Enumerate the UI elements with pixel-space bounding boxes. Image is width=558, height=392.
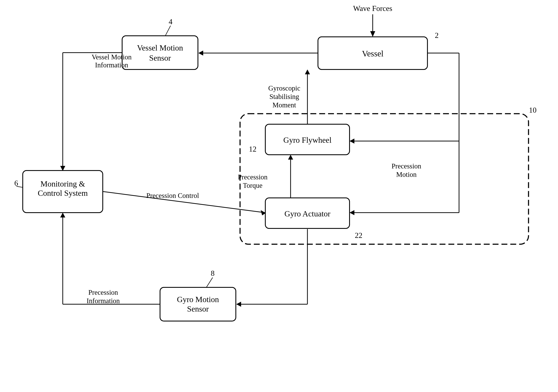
svg-marker-22 [305,70,310,74]
gyro-motion-sensor-label-1: Gyro Motion [177,295,219,304]
vessel-motion-info-label-2: Information [95,61,128,69]
svg-line-7 [206,278,213,287]
gyro-stab-label-2: Stabilising [269,93,299,100]
ref-8: 8 [211,269,215,278]
svg-marker-32 [236,302,241,307]
precession-info-label-2: Information [87,297,120,305]
svg-marker-13 [198,51,203,56]
precession-control-label: Precession Control [146,192,199,199]
vessel-label: Vessel [362,49,384,58]
gyro-stab-label-3: Moment [272,101,296,109]
precession-torque-label-1: Precession [238,173,267,181]
ref-12: 12 [249,145,256,153]
ref-2: 2 [435,31,439,40]
ref-22: 22 [355,231,362,240]
gyro-actuator-label: Gyro Actuator [285,209,331,218]
ref-4: 4 [169,17,173,26]
svg-marker-35 [60,213,65,218]
vessel-motion-info-label-1: Vessel Motion [92,53,132,61]
vessel-motion-sensor-label-2: Sensor [149,53,171,62]
svg-marker-29 [349,210,354,215]
ref-10: 10 [529,106,537,114]
svg-marker-20 [288,155,293,160]
precession-motion-label-2: Motion [396,171,417,178]
svg-line-3 [165,26,171,36]
ref-6: 6 [14,179,18,187]
wave-forces-label: Wave Forces [353,4,392,13]
gyro-flywheel-label: Gyro Flywheel [283,136,331,144]
gyro-stab-label-1: Gyroscopic [268,84,300,92]
monitoring-label-1: Monitoring & [40,179,85,188]
precession-info-label-1: Precession [88,289,118,296]
svg-marker-11 [370,31,375,37]
vessel-motion-sensor-label-1: Vessel Motion [137,43,183,52]
svg-rect-2 [122,36,198,70]
svg-rect-6 [160,287,236,321]
svg-marker-26 [349,139,354,144]
precession-torque-label-2: Torque [243,182,262,189]
precession-motion-label-1: Precession [392,162,421,170]
monitoring-label-2: Control System [38,189,88,198]
gyro-motion-sensor-label-2: Sensor [187,305,209,313]
